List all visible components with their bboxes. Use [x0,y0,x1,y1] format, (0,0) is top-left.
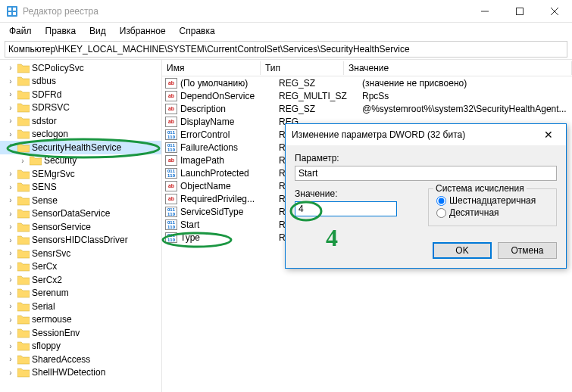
tree-item-sdstor[interactable]: ›sdstor [0,114,161,128]
tree-label: Serenum [32,288,69,298]
cancel-button[interactable]: Отмена [498,242,557,259]
menu-edit[interactable]: Правка [39,24,83,38]
expander-icon[interactable]: › [6,64,15,72]
tree-item-SDRSVC[interactable]: ›SDRSVC [0,101,161,115]
expander-icon[interactable]: › [6,210,15,218]
expander-icon[interactable]: › [6,316,15,324]
radio-dec[interactable]: Десятичная [436,207,549,218]
expander-icon[interactable]: › [6,130,15,138]
address-bar[interactable]: Компьютер\HKEY_LOCAL_MACHINE\SYSTEM\Curr… [5,41,567,58]
folder-icon [17,248,30,259]
tree-label: Serial [32,301,55,312]
expander-icon[interactable]: › [6,355,15,363]
expander-icon[interactable]: › [6,236,15,244]
tree-item-sfloppy[interactable]: ›sfloppy [0,340,161,353]
expander-icon[interactable]: › [6,196,15,204]
tree-item-SessionEnv[interactable]: ›SessionEnv [0,326,161,340]
expander-icon[interactable]: › [18,157,27,165]
tree-item-Security[interactable]: ›Security [0,154,161,168]
cell-value: @%systemroot%\system32\SecurityHealthAge… [362,104,572,114]
cell-name: Start [180,219,279,230]
tree-item-SensorService[interactable]: ›SensorService [0,220,161,234]
close-button[interactable] [537,0,572,23]
tree-item-Sense[interactable]: ›Sense [0,194,161,207]
expander-icon[interactable]: › [6,328,15,337]
tree-item-ShellHWDetection[interactable]: ›ShellHWDetection [0,366,161,380]
tree-label: SharedAccess [32,354,90,365]
radio-dec-input[interactable] [436,208,446,218]
expander-icon[interactable]: › [6,104,15,112]
menu-view[interactable]: Вид [83,24,112,38]
dialog-close-button[interactable]: ✕ [537,129,560,141]
app-icon [6,5,18,17]
address-text: Компьютер\HKEY_LOCAL_MACHINE\SYSTEM\Curr… [8,44,410,54]
tree-item-SharedAccess[interactable]: ›SharedAccess [0,353,161,366]
value-row-DependOnService[interactable]: abDependOnServiceREG_MULTI_SZRpcSs [162,89,572,102]
radio-hex-input[interactable] [436,196,446,206]
maximize-button[interactable] [502,0,537,23]
cell-name: ImagePath [180,155,279,166]
expander-icon[interactable]: › [6,342,15,350]
expander-icon[interactable]: › [6,90,15,98]
cell-value: (значение не присвоено) [362,78,572,89]
expander-icon[interactable]: ˅ [6,143,15,151]
value-row-(По умолчанию)[interactable]: ab(По умолчанию)REG_SZ(значение не присв… [162,76,572,89]
expander-icon[interactable]: › [6,249,15,257]
expander-icon[interactable]: › [6,77,15,86]
value-row-Description[interactable]: abDescriptionREG_SZ@%systemroot%\system3… [162,102,572,115]
ok-button[interactable]: OK [433,242,492,259]
tree-item-SDFRd[interactable]: ›SDFRd [0,88,161,101]
svg-rect-3 [8,12,11,15]
folder-icon [17,288,30,298]
menu-favorites[interactable]: Избранное [114,24,172,38]
svg-rect-1 [8,8,11,11]
tree-item-sermouse[interactable]: ›sermouse [0,313,161,327]
folder-icon [17,129,30,139]
col-header-type[interactable]: Тип [261,61,344,75]
minimize-button[interactable] [467,0,502,23]
list-header: Имя Тип Значение [162,60,572,76]
tree-item-SecurityHealthService[interactable]: ˅SecurityHealthService [0,141,161,154]
tree-label: SensorsHIDClassDriver [32,235,128,245]
tree-pane[interactable]: ›SCPolicySvc›sdbus›SDFRd›SDRSVC›sdstor›s… [0,60,162,392]
col-header-name[interactable]: Имя [162,61,261,75]
string-icon: ab [165,91,177,101]
tree-label: SCPolicySvc [32,63,84,73]
expander-icon[interactable]: › [6,117,15,125]
param-input[interactable] [295,166,557,181]
expander-icon[interactable]: › [6,170,15,178]
expander-icon[interactable]: › [6,263,15,271]
value-input[interactable] [295,201,397,216]
cell-type: REG_MULTI_SZ [279,91,362,101]
tree-item-SerCx[interactable]: ›SerCx [0,260,161,274]
radix-group: Система исчисления Шестнадцатеричная Дес… [428,188,557,226]
tree-item-Serial[interactable]: ›Serial [0,300,161,313]
tree-item-SEMgrSvc[interactable]: ›SEMgrSvc [0,167,161,181]
tree-item-SensrSvc[interactable]: ›SensrSvc [0,247,161,260]
menu-help[interactable]: Справка [173,24,221,38]
expander-icon[interactable]: › [6,302,15,310]
tree-item-SensorDataService[interactable]: ›SensorDataService [0,207,161,221]
radio-hex[interactable]: Шестнадцатеричная [436,195,549,206]
string-icon: ab [165,194,177,204]
tree-item-seclogon[interactable]: ›seclogon [0,128,161,142]
expander-icon[interactable]: › [6,289,15,297]
tree-item-SENS[interactable]: ›SENS [0,181,161,194]
tree-item-SCPolicySvc[interactable]: ›SCPolicySvc [0,61,161,75]
tree-item-SensorsHIDClassDriver[interactable]: ›SensorsHIDClassDriver [0,234,161,247]
tree-item-Serenum[interactable]: ›Serenum [0,287,161,300]
tree-label: sfloppy [32,341,61,351]
expander-icon[interactable]: › [6,183,15,191]
col-header-value[interactable]: Значение [344,61,572,75]
folder-icon [30,155,42,166]
expander-icon[interactable]: › [6,369,15,377]
folder-icon [17,261,30,272]
expander-icon[interactable]: › [6,222,15,231]
tree-label: Security [44,155,77,166]
tree-item-SerCx2[interactable]: ›SerCx2 [0,273,161,287]
tree-item-sdbus[interactable]: ›sdbus [0,75,161,89]
menu-file[interactable]: Файл [3,24,38,38]
folder-icon [17,116,30,126]
expander-icon[interactable]: › [6,275,15,284]
svg-rect-6 [517,8,524,14]
